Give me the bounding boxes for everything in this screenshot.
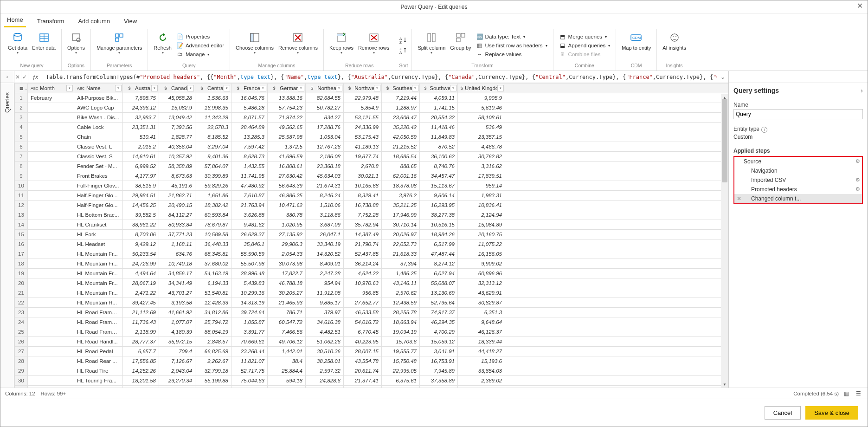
cell[interactable]: 10,471.62 [268, 201, 306, 210]
cell[interactable]: 32,983.7 [123, 113, 159, 123]
cell[interactable]: 17,288.76 [306, 123, 344, 132]
cell[interactable]: 8,329.41 [344, 191, 382, 201]
vertical-scrollbar[interactable]: ▲ ▼ [721, 94, 728, 388]
cell[interactable]: 60,547.72 [268, 317, 306, 327]
cell[interactable]: 15,082.9 [159, 103, 195, 113]
cell[interactable]: 1,288.97 [382, 103, 420, 113]
cell[interactable]: 75,044.63 [231, 376, 268, 386]
cell[interactable]: 60,896.96 [458, 269, 505, 278]
cell[interactable]: 28,255.78 [382, 308, 420, 317]
cell[interactable]: February [28, 93, 74, 103]
column-header-southeast[interactable]: $Southeast▾ [382, 84, 420, 93]
query-name-input[interactable] [733, 109, 863, 119]
cell[interactable]: 9,481.62 [231, 220, 268, 230]
cell[interactable]: 2,124.94 [458, 210, 505, 220]
cell[interactable]: 16,753.91 [420, 356, 458, 366]
cell[interactable]: 10,516.15 [420, 220, 458, 230]
cell[interactable]: 11,736.43 [123, 317, 159, 327]
cell[interactable]: 28,464.89 [231, 123, 268, 132]
cell[interactable]: 1,020.95 [268, 220, 306, 230]
cell[interactable]: 4,482.51 [306, 327, 344, 337]
cell[interactable] [28, 298, 74, 308]
cell[interactable]: HL Mountain H... [74, 298, 123, 308]
cell[interactable]: 30,073.98 [268, 259, 306, 269]
cell[interactable]: 8,409.01 [306, 259, 344, 269]
cell[interactable]: HL Road Frame ... [74, 317, 123, 327]
cell[interactable]: 23,368.18 [306, 162, 344, 171]
cell[interactable]: 82,684.55 [306, 93, 344, 103]
cell[interactable]: 30,399.89 [195, 171, 231, 181]
cell[interactable]: 9,885.17 [306, 298, 344, 308]
delete-step-icon[interactable]: ✕ [736, 195, 742, 202]
cell[interactable]: 50,233.54 [123, 249, 159, 259]
cell[interactable] [28, 259, 74, 269]
row-number[interactable]: 11 [15, 191, 28, 201]
cell[interactable]: 7,671.99 [420, 386, 458, 388]
filter-dropdown-icon[interactable]: ▾ [66, 85, 73, 91]
cell[interactable]: 15,084.89 [458, 220, 505, 230]
row-number[interactable]: 28 [15, 356, 28, 366]
table-row[interactable]: 19HL Mountain Fr...4,494.6434,856.1754,1… [15, 269, 729, 278]
cell[interactable]: 17,556.85 [123, 356, 159, 366]
cell[interactable]: 37,771.23 [159, 230, 195, 239]
row-number[interactable]: 25 [15, 327, 28, 337]
cell[interactable]: 59,829.26 [195, 181, 231, 191]
cell[interactable]: 54,016.72 [344, 317, 382, 327]
row-number[interactable]: 21 [15, 288, 28, 298]
cell[interactable]: 18,984.26 [420, 230, 458, 239]
cell[interactable]: 9,401.36 [195, 152, 231, 162]
row-number[interactable]: 2 [15, 103, 28, 113]
cell[interactable]: 5,439.83 [231, 278, 268, 288]
cell[interactable]: 15,750.48 [382, 356, 420, 366]
applied-step[interactable]: Navigation [734, 166, 862, 175]
cell[interactable] [28, 376, 74, 386]
cell[interactable]: 12,767.26 [306, 142, 344, 152]
cell[interactable]: 32,313.12 [458, 278, 505, 288]
row-number[interactable]: 4 [15, 123, 28, 132]
row-number[interactable]: 9 [15, 171, 28, 181]
cell[interactable]: 7,466.56 [268, 327, 306, 337]
cell[interactable]: 29,270.34 [159, 376, 195, 386]
cell[interactable]: 19,094.19 [382, 327, 420, 337]
cell[interactable]: 46,788.18 [268, 278, 306, 288]
cell[interactable]: 7,393.56 [159, 123, 195, 132]
cell[interactable]: 21,618.33 [382, 249, 420, 259]
cell[interactable]: 709.4 [159, 347, 195, 356]
cell[interactable]: 2,570.62 [382, 288, 420, 298]
cell[interactable]: Cable Lock [74, 123, 123, 132]
cell[interactable]: 2,118.99 [123, 327, 159, 337]
cell[interactable]: 510.41 [123, 132, 159, 142]
cell[interactable]: 55,590.59 [231, 249, 268, 259]
cell[interactable]: 32,799.18 [195, 366, 231, 376]
cell[interactable]: 46,126.37 [458, 327, 505, 337]
cell[interactable]: 38,515.9 [123, 181, 159, 191]
cell[interactable]: 26,047.1 [306, 230, 344, 239]
row-number[interactable]: 23 [15, 308, 28, 317]
cell[interactable]: 11,741.95 [231, 171, 268, 181]
manage-parameters-button[interactable]: Manage parameters ▾ [95, 30, 144, 61]
fx-icon[interactable]: ƒx [28, 71, 42, 83]
cell[interactable]: 956.85 [344, 288, 382, 298]
cell[interactable]: 14,456.25 [123, 201, 159, 210]
cell[interactable]: 18,382.42 [195, 201, 231, 210]
cell[interactable]: 8,185.52 [195, 132, 231, 142]
cell[interactable]: 11,849.83 [420, 132, 458, 142]
tab-transform[interactable]: Transform [34, 16, 67, 27]
type-icon[interactable]: $ [423, 85, 428, 91]
cell[interactable]: 16,738.88 [344, 201, 382, 210]
row-number[interactable]: 12 [15, 201, 28, 210]
cell[interactable]: 39,582.5 [123, 210, 159, 220]
cell[interactable]: Classic Vest, L [74, 142, 123, 152]
cell[interactable]: 21,377.41 [344, 376, 382, 386]
cell[interactable]: 3,297.04 [195, 142, 231, 152]
cell[interactable]: 3,193.58 [159, 298, 195, 308]
row-number[interactable]: 27 [15, 347, 28, 356]
cell[interactable]: 30,762.82 [458, 152, 505, 162]
scroll-down-icon[interactable]: ▼ [721, 381, 728, 388]
filter-dropdown-icon[interactable]: ▾ [260, 85, 266, 91]
cell[interactable]: 20,611.74 [344, 366, 382, 376]
cell[interactable] [28, 210, 74, 220]
cell[interactable] [28, 230, 74, 239]
filter-dropdown-icon[interactable]: ▾ [450, 85, 457, 91]
cell[interactable]: 5,854.9 [344, 103, 382, 113]
